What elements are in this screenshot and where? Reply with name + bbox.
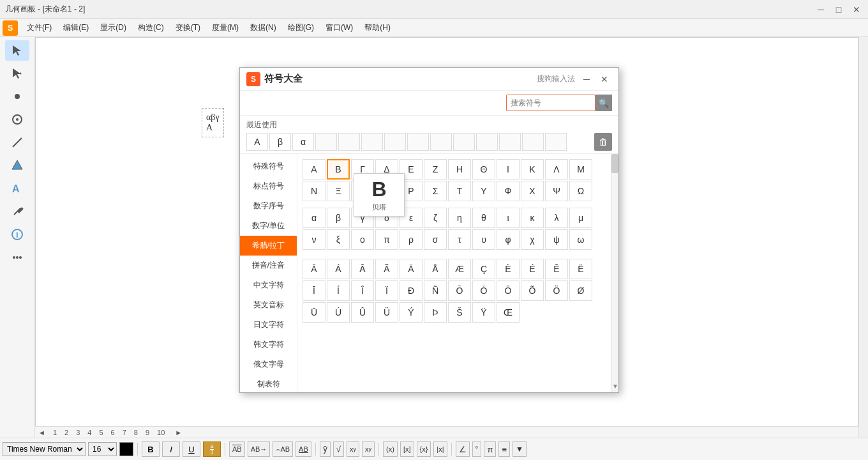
recent-cell-10[interactable]: [476, 133, 498, 151]
sym-psi[interactable]: ψ: [545, 229, 568, 250]
sym-kappa[interactable]: κ: [521, 208, 544, 228]
category-korean[interactable]: 韩文字符: [240, 335, 297, 355]
sym-Aacute[interactable]: Á: [327, 259, 350, 279]
menu-help[interactable]: 帮助(H): [359, 21, 396, 34]
vector-button[interactable]: AB→: [248, 441, 271, 457]
category-special[interactable]: 特殊符号: [240, 157, 297, 176]
sym-rho[interactable]: ρ: [400, 229, 423, 250]
sym-Lambda[interactable]: Λ: [545, 159, 568, 180]
sym-Imacron[interactable]: Ī: [303, 280, 326, 301]
sym-Tau[interactable]: Τ: [448, 181, 471, 201]
sym-Atilde[interactable]: Ã: [375, 259, 398, 279]
recent-cell-11[interactable]: [499, 133, 521, 151]
category-punct[interactable]: 标点符号: [240, 176, 297, 196]
number-line-right-arrow[interactable]: ►: [175, 429, 182, 436]
recent-cell-3[interactable]: [315, 133, 337, 151]
font-color-picker[interactable]: [119, 442, 133, 456]
sym-Icircumflex[interactable]: Î: [351, 280, 374, 301]
sym-Omicron[interactable]: Ο: [351, 181, 374, 201]
close-button[interactable]: ✕: [850, 3, 863, 16]
fraction-button[interactable]: a 3: [203, 441, 221, 457]
sym-alpha[interactable]: α: [303, 208, 326, 228]
info-tool[interactable]: i: [5, 224, 29, 245]
category-chinese[interactable]: 中文字符: [240, 275, 297, 295]
italic-button[interactable]: I: [162, 441, 180, 457]
sym-omega[interactable]: ω: [569, 229, 592, 250]
fraction2-button[interactable]: ȳ: [320, 441, 331, 457]
sym-AE[interactable]: Æ: [448, 259, 471, 279]
sym-Mu[interactable]: Μ: [569, 159, 592, 180]
brace-button[interactable]: {x}: [417, 441, 431, 457]
sym-Zeta[interactable]: Ζ: [424, 159, 447, 180]
sym-Ydiaeresis[interactable]: Ÿ: [472, 302, 495, 323]
sym-Egrave[interactable]: È: [497, 259, 520, 279]
menu-measure[interactable]: 度量(M): [207, 21, 244, 34]
sym-Phi[interactable]: Φ: [497, 181, 520, 201]
underline2-button[interactable]: AB: [296, 441, 311, 457]
sym-Upsilon[interactable]: Υ: [472, 181, 495, 201]
menu-data[interactable]: 数据(N): [245, 21, 281, 34]
recent-cell-5[interactable]: [361, 133, 383, 151]
menu-display[interactable]: 显示(D): [95, 21, 131, 34]
font-size-select[interactable]: 16: [88, 442, 117, 456]
underline-button[interactable]: U: [183, 441, 200, 457]
sub-button[interactable]: xy: [362, 441, 375, 457]
sym-gamma[interactable]: γ: [351, 208, 374, 228]
main-scrollbar[interactable]: [858, 37, 868, 438]
sym-epsilon[interactable]: ε: [400, 208, 423, 228]
sym-omicron[interactable]: ο: [351, 229, 374, 250]
sym-Gamma[interactable]: Γ: [351, 159, 374, 180]
menu-construct[interactable]: 构造(C): [133, 21, 169, 34]
power-button[interactable]: xy: [347, 441, 359, 457]
text-tool[interactable]: A: [5, 178, 29, 199]
sym-Kappa[interactable]: Κ: [521, 159, 544, 180]
symbol-grid-scroll[interactable]: Α Β Β 贝塔 Γ Δ Ε Ζ Η Θ Ι: [297, 154, 611, 392]
sym-Umacron[interactable]: Ū: [303, 302, 326, 323]
sym-upsilon[interactable]: υ: [472, 229, 495, 250]
dialog-scrollbar[interactable]: ▼: [611, 154, 618, 392]
category-russian[interactable]: 俄文字母: [240, 355, 297, 374]
select-tool[interactable]: [5, 40, 29, 61]
sym-Oacute[interactable]: Ó: [472, 280, 495, 301]
font-name-select[interactable]: Times New Roman: [3, 442, 86, 456]
more-tool[interactable]: [5, 247, 29, 268]
sym-Ediaeresis[interactable]: Ë: [569, 259, 592, 279]
sym-Eacute[interactable]: É: [521, 259, 544, 279]
sym-tau[interactable]: τ: [448, 229, 471, 250]
sym-Iacute[interactable]: Í: [327, 280, 350, 301]
menu-graph[interactable]: 绘图(G): [283, 21, 319, 34]
sqrt-button[interactable]: √: [333, 441, 344, 457]
sym-Omega[interactable]: Ω: [569, 181, 592, 201]
sym-Ecircumflex[interactable]: Ê: [545, 259, 568, 279]
angle-button[interactable]: ∠: [456, 441, 470, 457]
recent-cell-8[interactable]: [430, 133, 452, 151]
category-pinyin[interactable]: 拼音/注音: [240, 256, 297, 275]
sym-Uacute[interactable]: Ú: [327, 302, 350, 323]
sym-pi[interactable]: π: [375, 229, 398, 250]
sym-Rho[interactable]: Ρ: [400, 181, 423, 201]
sym-beta[interactable]: β: [327, 208, 350, 228]
sym-Aring[interactable]: Å: [424, 259, 447, 279]
bracket-button[interactable]: [x]: [400, 441, 414, 457]
sym-Psi[interactable]: Ψ: [545, 181, 568, 201]
sym-Acircumflex[interactable]: Â: [351, 259, 374, 279]
recent-cell-7[interactable]: [407, 133, 429, 151]
delete-recent-button[interactable]: 🗑: [594, 133, 612, 151]
sym-iota[interactable]: ι: [497, 208, 520, 228]
compass-tool[interactable]: [5, 109, 29, 130]
recent-cell-1[interactable]: β: [269, 133, 291, 151]
category-greek-latin[interactable]: 希腊/拉丁: [240, 236, 297, 256]
polygon-tool[interactable]: [5, 155, 29, 176]
sym-Ucircumflex[interactable]: Û: [351, 302, 374, 323]
abs-button[interactable]: |x|: [433, 441, 447, 457]
sym-delta[interactable]: δ: [375, 208, 398, 228]
recent-cell-6[interactable]: [384, 133, 406, 151]
recent-cell-12[interactable]: [522, 133, 544, 151]
maximize-button[interactable]: □: [832, 3, 845, 16]
sym-Nu[interactable]: Ν: [303, 181, 326, 201]
sym-xi[interactable]: ξ: [327, 229, 350, 250]
sym-Yacute[interactable]: Ý: [400, 302, 423, 323]
arrow-tool[interactable]: [5, 63, 29, 84]
equiv-button[interactable]: ≡: [498, 441, 510, 457]
category-number-unit[interactable]: 数字/单位: [240, 216, 297, 236]
